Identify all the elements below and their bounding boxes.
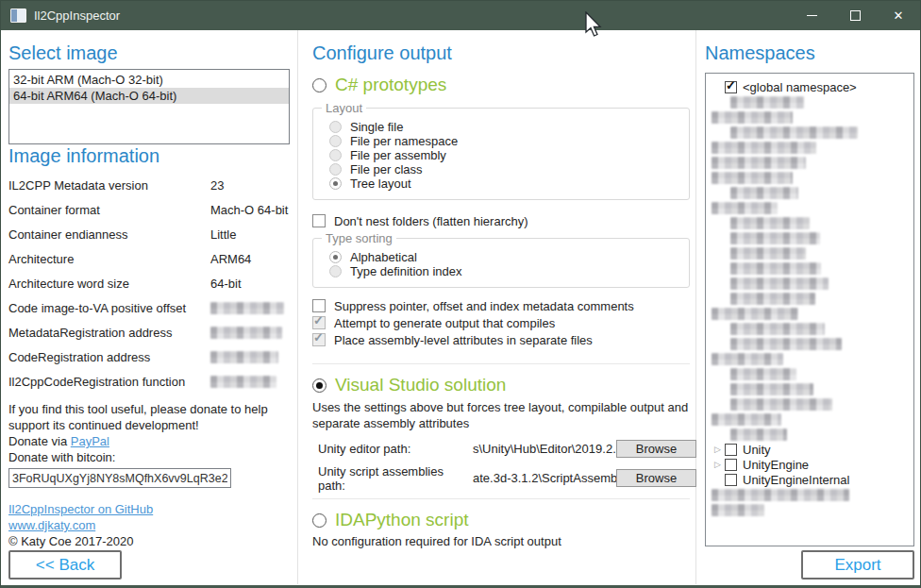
output-option-checkbox[interactable] xyxy=(312,299,326,312)
namespace-label: UnityEngine xyxy=(743,458,809,472)
layout-groupbox-label: Layout xyxy=(322,101,366,115)
namespace-row-redacted[interactable] xyxy=(706,140,913,155)
csharp-prototypes-radio-row[interactable]: C# prototypes xyxy=(312,73,695,97)
vs-solution-radio[interactable] xyxy=(312,378,327,393)
namespace-row[interactable]: ▷UnityEngine xyxy=(706,457,913,472)
namespace-row-redacted[interactable] xyxy=(706,427,913,442)
namespace-row-redacted[interactable] xyxy=(706,155,913,170)
website-link[interactable]: www.djkaty.com xyxy=(8,518,95,532)
dont-nest-label: Don't nest folders (flatten hierarchy) xyxy=(334,214,528,228)
layout-groupbox: Layout Single fileFile per namespaceFile… xyxy=(312,108,690,200)
output-option-row[interactable]: Suppress pointer, offset and index metad… xyxy=(312,298,695,313)
namespace-checkbox[interactable] xyxy=(725,444,737,456)
info-row: Container formatMach-O 64-bit xyxy=(8,197,290,222)
configure-output-heading: Configure output xyxy=(312,42,695,64)
namespace-row[interactable]: ▷Unity xyxy=(706,442,913,457)
namespace-row-redacted[interactable] xyxy=(706,109,913,125)
maximize-button[interactable] xyxy=(833,1,877,30)
namespace-row-redacted[interactable] xyxy=(706,321,913,336)
namespace-checkbox[interactable] xyxy=(725,459,737,471)
namespace-row-redacted[interactable] xyxy=(706,230,913,245)
namespace-row-redacted[interactable] xyxy=(706,336,913,351)
namespace-row-redacted[interactable] xyxy=(706,306,913,321)
type-sorting-radio[interactable] xyxy=(329,251,342,263)
redacted-namespace xyxy=(730,232,820,244)
idapython-radio[interactable] xyxy=(312,513,327,528)
namespace-row-redacted[interactable] xyxy=(706,260,913,276)
browse-button[interactable]: Browse xyxy=(616,469,696,487)
namespace-row-redacted[interactable] xyxy=(706,396,913,412)
info-label: IL2CPP Metadata version xyxy=(8,178,210,193)
maximize-icon xyxy=(850,10,861,21)
checkmark-icon: ✓ xyxy=(726,79,736,92)
unity-path-value[interactable]: ate.3d-3.1.2\ScriptAssemblies xyxy=(473,471,616,485)
layout-option-row[interactable]: File per namespace xyxy=(329,134,689,148)
type-sorting-radio[interactable] xyxy=(329,265,342,277)
output-option-row[interactable]: ✓Attempt to generate output that compile… xyxy=(312,315,695,330)
export-button[interactable]: Export xyxy=(801,550,914,580)
namespace-row-redacted[interactable] xyxy=(706,381,913,396)
layout-radio[interactable] xyxy=(329,163,342,176)
dont-nest-checkbox-row[interactable]: Don't nest folders (flatten hierarchy) xyxy=(312,213,695,228)
type-sorting-groupbox-label: Type sorting xyxy=(322,231,396,245)
back-button[interactable]: << Back xyxy=(8,550,122,580)
paypal-link[interactable]: PayPal xyxy=(71,434,109,448)
namespace-row-redacted[interactable] xyxy=(706,412,913,427)
layout-radio[interactable] xyxy=(329,177,342,190)
layout-radio[interactable] xyxy=(329,135,342,147)
layout-option-row[interactable]: Tree layout xyxy=(329,176,689,191)
info-value: 23 xyxy=(210,178,224,193)
vs-solution-radio-row[interactable]: Visual Studio solution xyxy=(312,373,695,397)
layout-option-row[interactable]: Single file xyxy=(329,120,689,134)
dont-nest-checkbox[interactable] xyxy=(312,214,326,227)
namespace-row-redacted[interactable] xyxy=(706,200,913,215)
expander-icon[interactable]: ▷ xyxy=(714,445,725,455)
namespace-row-redacted[interactable] xyxy=(706,125,913,140)
output-option-checkbox[interactable]: ✓ xyxy=(312,333,326,346)
title-bar[interactable]: Il2CppInspector ✕ xyxy=(1,1,920,30)
browse-button[interactable]: Browse xyxy=(616,440,696,458)
layout-option-label: File per class xyxy=(350,162,423,176)
namespace-checkbox[interactable]: ✓ xyxy=(725,81,737,93)
csharp-prototypes-radio[interactable] xyxy=(312,78,327,92)
layout-option-row[interactable]: File per class xyxy=(329,162,689,176)
idapython-radio-row[interactable]: IDAPython script xyxy=(312,508,695,532)
namespace-row-redacted[interactable] xyxy=(706,502,913,517)
namespaces-tree[interactable]: ✓<global namespace>▷Unity▷UnityEngineUni… xyxy=(705,73,914,546)
section-divider xyxy=(312,498,690,499)
type-sorting-option-row[interactable]: Type definition index xyxy=(329,264,689,278)
vs-solution-description: Uses the settings above but forces tree … xyxy=(312,399,690,431)
github-link[interactable]: Il2CppInspector on GitHub xyxy=(8,502,153,516)
namespace-row[interactable]: UnityEngineInternal xyxy=(706,472,913,487)
namespace-row-redacted[interactable] xyxy=(706,366,913,381)
image-list-item[interactable]: 32-bit ARM (Mach-O 32-bit) xyxy=(9,72,289,88)
panel-select-image: Select image 32-bit ARM (Mach-O 32-bit)6… xyxy=(1,30,298,584)
close-button[interactable]: ✕ xyxy=(877,1,920,30)
namespace-row-redacted[interactable] xyxy=(706,170,913,185)
unity-path-value[interactable]: s\Unity\Hub\Editor\2019.2.8f1 xyxy=(473,442,616,456)
layout-radio[interactable] xyxy=(329,149,342,161)
namespace-row[interactable]: ✓<global namespace> xyxy=(706,79,913,94)
namespace-checkbox[interactable] xyxy=(725,474,737,486)
namespace-row-redacted[interactable] xyxy=(706,94,913,109)
idapython-description: No configuration required for IDA script… xyxy=(312,533,695,549)
layout-radio[interactable] xyxy=(329,121,342,133)
output-option-row[interactable]: ✓Place assembly-level attributes in sepa… xyxy=(312,332,695,347)
redacted-namespace xyxy=(712,157,806,169)
namespace-row-redacted[interactable] xyxy=(706,245,913,260)
namespace-row-redacted[interactable] xyxy=(706,487,913,502)
namespace-row-redacted[interactable] xyxy=(706,215,913,230)
output-option-checkbox[interactable]: ✓ xyxy=(312,316,326,329)
bitcoin-address-input[interactable] xyxy=(8,468,231,488)
namespace-row-redacted[interactable] xyxy=(706,291,913,306)
expander-icon[interactable]: ▷ xyxy=(714,460,725,470)
namespace-row-redacted[interactable] xyxy=(706,185,913,200)
namespace-row-redacted[interactable] xyxy=(706,276,913,291)
layout-option-row[interactable]: File per assembly xyxy=(329,148,689,162)
donate-text: If you find this tool useful, please don… xyxy=(8,401,293,465)
type-sorting-option-row[interactable]: Alphabetical xyxy=(329,250,689,264)
image-list-item[interactable]: 64-bit ARM64 (Mach-O 64-bit) xyxy=(9,88,289,104)
minimize-button[interactable] xyxy=(790,1,833,30)
image-listbox[interactable]: 32-bit ARM (Mach-O 32-bit)64-bit ARM64 (… xyxy=(8,69,290,144)
namespace-row-redacted[interactable] xyxy=(706,351,913,366)
